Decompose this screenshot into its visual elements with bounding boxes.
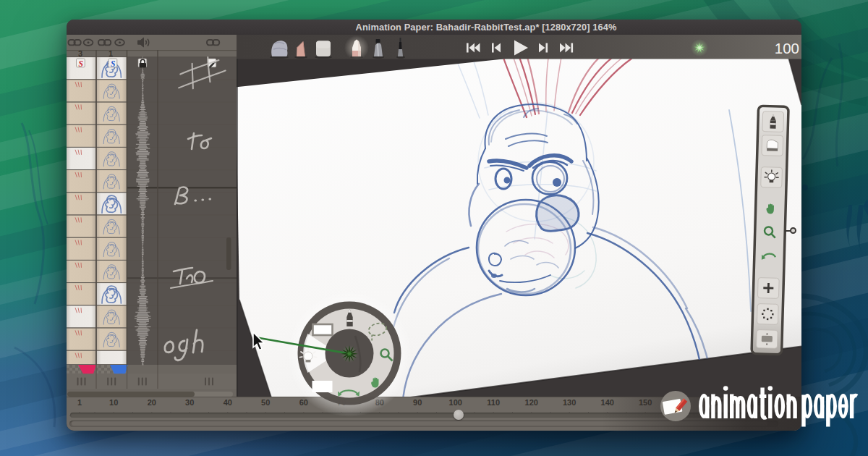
svg-text:S: S xyxy=(78,59,82,68)
svg-text:1: 1 xyxy=(109,49,113,58)
svg-text:S: S xyxy=(111,59,115,68)
svg-text:3: 3 xyxy=(78,49,82,58)
svg-text:100: 100 xyxy=(775,40,799,56)
